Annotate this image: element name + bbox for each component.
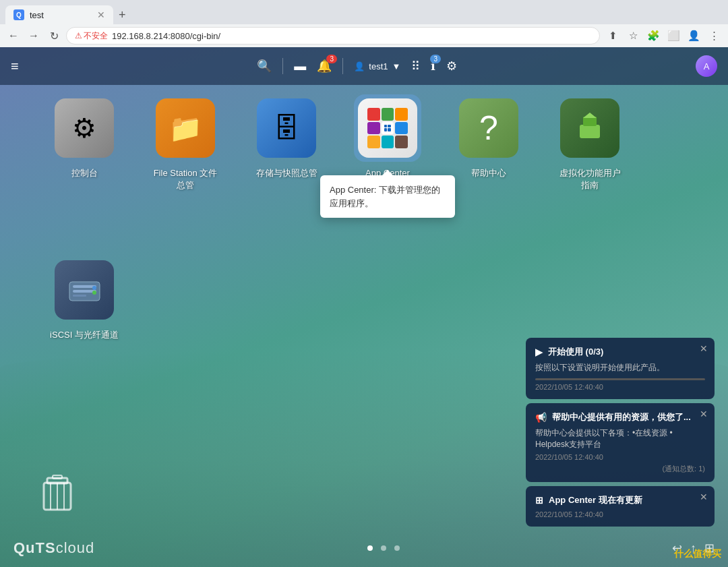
info-icon[interactable]: ℹ 3 [431,59,435,73]
back-button[interactable]: ← [5,28,22,44]
app-icon-virt [560,98,619,158]
app-item-control[interactable]: ⚙ 控制台 [40,94,128,191]
refresh-button[interactable]: ↻ [46,28,62,44]
sidebar-button[interactable]: ⬜ [665,27,682,44]
options-icon[interactable]: ⠿ [411,59,420,73]
app-row-2: iSCSI 与光纤通道 [40,256,128,341]
app-icon-help: ? [459,98,518,158]
iscsi-svg [66,272,103,309]
notif-text-start: 按照以下设置说明开始使用此产品。 [535,362,705,374]
settings-icon[interactable]: ⚙ [446,59,457,73]
topbar: ≡ 🔍 ▬ 🔔 3 👤 test1 ▼ ⠿ ℹ 3 ⚙ A [0,47,728,85]
notif-close-start[interactable]: ✕ [700,343,708,354]
divider-1 [282,58,283,74]
appcenter-grid [367,108,408,148]
dropdown-icon: ▼ [392,61,400,71]
topbar-center: 🔍 ▬ 🔔 3 👤 test1 ▼ ⠿ ℹ 3 ⚙ [19,58,696,74]
svg-point-8 [92,291,96,295]
app-item-help[interactable]: ? 帮助中心 [445,94,533,191]
svg-rect-6 [73,295,86,297]
tab-title: test [30,10,44,20]
app-icon-wrap-appcenter [354,94,421,162]
app-item-iscsi[interactable]: iSCSI 与光纤通道 [40,256,128,341]
browser-chrome: Q test ✕ + ← → ↻ ⚠ 不安全 192.168.8.214:808… [0,0,728,47]
app-icon-wrap-filestation: 📁 [152,94,219,162]
virt-svg [573,111,607,145]
app-label-iscsi: iSCSI 与光纤通道 [50,329,119,341]
app-item-storage[interactable]: 🗄 存储与快照总管 [243,94,330,191]
notif-card-start: ✕ ▶ 开始使用 (0/3) 按照以下设置说明开始使用此产品。 2022/10/… [526,338,715,400]
svg-rect-1 [583,117,597,126]
nav-right-buttons: ⬆ ☆ 🧩 ⬜ 👤 ⋮ [604,27,723,44]
notif-icon-help: 📢 [535,412,547,423]
forward-button[interactable]: → [26,28,42,44]
browser-tab[interactable]: Q test ✕ [5,5,113,24]
app-item-virt[interactable]: 虚拟化功能用户指南 [546,94,634,191]
app-item-filestation[interactable]: 📁 File Station 文件总管 [142,94,229,191]
avatar[interactable]: A [696,55,717,77]
bell-badge: 3 [326,55,337,63]
notif-close-appcenter[interactable]: ✕ [700,491,708,502]
notif-progress-bar-start [535,378,705,380]
trash-container[interactable] [40,473,74,513]
app-icon-wrap-control: ⚙ [51,94,118,162]
bell-icon[interactable]: 🔔 3 [317,59,332,73]
tab-favicon: Q [13,9,24,20]
trash-icon [40,473,74,513]
tooltip-text: App Center: 下载并管理您的应用程序。 [330,185,440,208]
app-label-control: 控制台 [71,167,98,179]
notif-title-appcenter: App Center 现在有更新 [549,494,642,506]
menu-button[interactable]: ⋮ [705,27,723,44]
share-button[interactable]: ⬆ [604,27,621,44]
notif-time-appcenter: 2022/10/05 12:40:40 [535,510,705,518]
svg-point-7 [92,286,96,290]
nav-bar: ← → ↻ ⚠ 不安全 192.168.8.214:8080/cgi-bin/ … [0,24,728,47]
new-tab-button[interactable]: + [119,8,126,22]
notif-card-appcenter: ✕ ⊞ App Center 现在有更新 2022/10/05 12:40:40 [526,486,715,527]
app-icon-filestation: 📁 [156,98,215,158]
page-dots-container [94,545,672,551]
notif-icon-appcenter: ⊞ [535,495,543,506]
brand-light: cloud [56,539,95,556]
url-text: 192.168.8.214:8080/cgi-bin/ [112,31,220,41]
app-item-appcenter[interactable]: App Center App Center: 下载并管理您的应用程序。 [344,94,431,191]
topbar-left: ≡ [11,59,19,74]
app-icon-storage: 🗄 [257,98,316,158]
tab-close-button[interactable]: ✕ [97,9,105,20]
search-icon[interactable]: 🔍 [257,59,272,73]
watermark: 什么值得买 [674,548,721,560]
appcenter-tooltip: App Center: 下载并管理您的应用程序。 [320,175,455,218]
desktop: ≡ 🔍 ▬ 🔔 3 👤 test1 ▼ ⠿ ℹ 3 ⚙ A [0,47,728,567]
app-label-virt: 虚拟化功能用户指南 [559,167,621,191]
brand-logo: QuTScloud [13,539,94,557]
address-bar[interactable]: ⚠ 不安全 192.168.8.214:8080/cgi-bin/ [66,27,600,44]
svg-rect-0 [580,125,600,138]
extension-button[interactable]: 🧩 [644,27,662,44]
svg-marker-2 [583,113,597,118]
notif-time-help: 2022/10/05 12:40:40 [535,453,705,461]
hamburger-menu[interactable]: ≡ [11,59,19,74]
app-icon-wrap-iscsi [51,256,118,324]
media-icon[interactable]: ▬ [294,59,306,73]
profile-button[interactable]: 👤 [685,27,702,44]
page-dot-2[interactable] [381,545,386,551]
notif-header-start: ▶ 开始使用 (0/3) [535,346,705,358]
notif-header-appcenter: ⊞ App Center 现在有更新 [535,494,705,506]
page-dot-3[interactable] [394,545,400,551]
topbar-right: A [696,55,717,77]
divider-2 [342,58,343,74]
brand-bold: QuTS [13,539,56,556]
page-dot-1[interactable] [367,545,373,551]
app-label-filestation: File Station 文件总管 [154,167,218,191]
bottombar: QuTScloud ↩ ↑ ⊞ [0,529,728,567]
notif-header-help: 📢 帮助中心提供有用的资源，供您了... [535,411,705,423]
app-icon-iscsi [55,260,114,320]
app-icon-appcenter [358,98,417,158]
star-button[interactable]: ☆ [624,27,642,44]
app-icon-control: ⚙ [55,98,114,158]
notif-time-start: 2022/10/05 12:40:40 [535,383,705,391]
notif-close-help[interactable]: ✕ [700,409,708,419]
tab-bar: Q test ✕ + [0,0,728,24]
app-grid: ⚙ 控制台 📁 File Station 文件总管 🗄 存储与快照总管 [40,94,634,191]
user-info[interactable]: 👤 test1 ▼ [354,61,400,71]
